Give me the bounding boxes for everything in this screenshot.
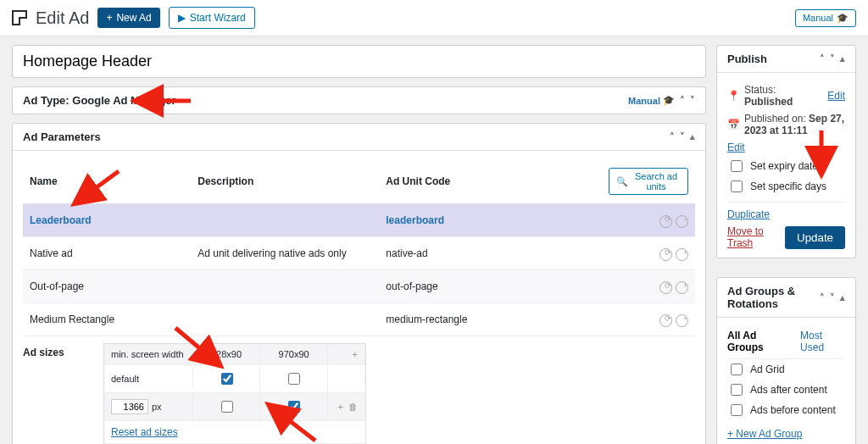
- px-label: px: [152, 402, 162, 412]
- duplicate-link[interactable]: Duplicate: [727, 208, 770, 220]
- publish-heading: Publish: [727, 53, 767, 65]
- chevron-down-icon[interactable]: ˅: [830, 292, 835, 303]
- unit-name: Medium Rectangle: [23, 303, 191, 336]
- chevron-up-icon[interactable]: ˄: [820, 53, 825, 64]
- refresh-icon[interactable]: ⟳: [659, 281, 672, 294]
- move-to-trash-link[interactable]: Move to Trash: [727, 225, 785, 249]
- unit-code: medium-rectangle: [379, 303, 602, 336]
- size-check-default-728[interactable]: [221, 373, 233, 385]
- group-label: Ad Grid: [750, 364, 785, 375]
- unit-name: Leaderboard: [23, 204, 191, 237]
- unit-desc: Ad unit delivering native ads only: [191, 237, 379, 270]
- add-size-column-icon[interactable]: +: [353, 349, 358, 359]
- plus-icon[interactable]: +: [676, 281, 688, 294]
- tab-most-used[interactable]: Most Used: [800, 330, 845, 353]
- size-check-default-970[interactable]: [288, 373, 300, 385]
- size-check-1366-970[interactable]: [288, 401, 300, 413]
- unit-name: Out-of-page: [23, 270, 191, 303]
- add-ad-group-link[interactable]: + New Ad Group: [727, 428, 802, 440]
- unit-code: leaderboard: [379, 204, 602, 237]
- ad-sizes-table: min. screen width 728x90 970x90 + defaul…: [103, 343, 366, 444]
- reset-ad-sizes-link[interactable]: Reset ad sizes: [111, 426, 178, 438]
- start-wizard-button[interactable]: ▶ Start Wizard: [169, 7, 255, 29]
- publish-panel: Publish ˄ ˅ ▴ 📍 Status: Published Edit 📅…: [716, 45, 856, 258]
- plus-icon[interactable]: +: [676, 248, 688, 261]
- minus-icon[interactable]: −: [676, 215, 688, 228]
- ad-groups-heading: Ad Groups & Rotations: [727, 285, 820, 310]
- delete-size-row-icon[interactable]: 🗑: [348, 402, 358, 412]
- app-logo: [12, 10, 27, 25]
- unit-desc: [191, 270, 379, 303]
- edit-date-link[interactable]: Edit: [727, 142, 745, 153]
- refresh-icon[interactable]: ⟳: [659, 314, 672, 327]
- tab-all-groups[interactable]: All Ad Groups: [727, 330, 790, 353]
- toggle-icon[interactable]: ▴: [840, 292, 845, 303]
- col-code: Ad Unit Code: [379, 159, 602, 204]
- size-check-1366-728[interactable]: [221, 401, 233, 413]
- unit-desc: [191, 204, 379, 237]
- chevron-down-icon[interactable]: ˅: [690, 95, 695, 106]
- ad-title-input[interactable]: [12, 45, 706, 78]
- table-row[interactable]: Leaderboard leaderboard ⟳−: [23, 204, 695, 237]
- start-wizard-label: Start Wizard: [190, 12, 246, 24]
- table-row[interactable]: Out-of-page out-of-page ⟳+: [23, 270, 695, 303]
- status-text: Status: Published: [744, 84, 819, 108]
- col-description: Description: [191, 159, 379, 204]
- ad-groups-panel: Ad Groups & Rotations ˄ ˅ ▴ All Ad Group…: [716, 277, 856, 444]
- group-label: Ads after content: [750, 384, 827, 396]
- chevron-down-icon[interactable]: ˅: [680, 131, 685, 142]
- graduation-cap-icon: 🎓: [663, 95, 675, 106]
- chevron-up-icon[interactable]: ˄: [820, 292, 825, 303]
- ad-type-panel: Ad Type: Google Ad Manager Manual 🎓 ˄ ˅: [12, 86, 706, 114]
- search-icon: 🔍: [616, 176, 628, 187]
- add-size-row-icon[interactable]: +: [338, 402, 343, 412]
- manual-link-adtype[interactable]: Manual 🎓: [628, 95, 675, 106]
- play-icon: ▶: [178, 12, 186, 24]
- col-name: Name: [23, 159, 191, 204]
- table-row[interactable]: Medium Rectangle medium-rectangle ⟳+: [23, 303, 695, 336]
- refresh-icon[interactable]: ⟳: [659, 248, 672, 261]
- plus-icon[interactable]: +: [676, 314, 688, 327]
- ad-units-table: Name Description Ad Unit Code 🔍 Search a…: [23, 159, 695, 336]
- chevron-up-icon[interactable]: ˄: [670, 131, 675, 142]
- manual-label: Manual: [803, 13, 833, 23]
- pin-icon: 📍: [727, 90, 739, 102]
- group-label: Ads before content: [750, 404, 836, 416]
- plus-icon: +: [106, 12, 112, 24]
- sizes-header-970: 970x90: [260, 344, 328, 364]
- new-ad-button[interactable]: + New Ad: [97, 8, 159, 28]
- calendar-icon: 📅: [727, 119, 739, 130]
- chevron-up-icon[interactable]: ˄: [680, 95, 685, 106]
- published-on-text: Published on: Sep 27, 2023 at 11:11: [744, 113, 845, 136]
- group-checkbox[interactable]: [731, 364, 743, 375]
- expiry-label: Set expiry date: [750, 160, 818, 172]
- chevron-down-icon[interactable]: ˅: [830, 53, 835, 64]
- manual-text: Manual: [628, 96, 660, 106]
- refresh-icon[interactable]: ⟳: [659, 215, 672, 228]
- search-ad-units-label: Search ad units: [632, 171, 681, 191]
- sizes-header-728: 728x90: [193, 344, 261, 364]
- table-row[interactable]: Native ad Ad unit delivering native ads …: [23, 237, 695, 270]
- graduation-cap-icon: 🎓: [837, 13, 849, 24]
- breakpoint-width-input[interactable]: [111, 399, 148, 414]
- manual-button-top[interactable]: Manual 🎓: [795, 9, 856, 27]
- sizes-header-width: min. screen width: [104, 344, 193, 364]
- specific-days-checkbox[interactable]: [731, 180, 743, 192]
- group-checkbox[interactable]: [731, 404, 743, 416]
- update-button[interactable]: Update: [785, 226, 845, 249]
- search-ad-units-button[interactable]: 🔍 Search ad units: [609, 168, 688, 195]
- specific-days-label: Set specific days: [750, 180, 826, 192]
- unit-code: out-of-page: [379, 270, 602, 303]
- toggle-icon[interactable]: ▴: [840, 53, 845, 64]
- group-checkbox[interactable]: [731, 384, 743, 396]
- new-ad-label: New Ad: [116, 12, 151, 24]
- ad-sizes-label: Ad sizes: [23, 343, 103, 358]
- ad-parameters-heading: Ad Parameters: [23, 130, 101, 143]
- sizes-row-default-label: default: [104, 369, 193, 389]
- unit-desc: [191, 303, 379, 336]
- toggle-icon[interactable]: ▴: [690, 131, 695, 142]
- page-title: Edit Ad: [36, 8, 89, 28]
- ad-type-label: Ad Type: Google Ad Manager: [23, 94, 176, 107]
- edit-status-link[interactable]: Edit: [827, 90, 845, 102]
- expiry-checkbox[interactable]: [731, 160, 743, 172]
